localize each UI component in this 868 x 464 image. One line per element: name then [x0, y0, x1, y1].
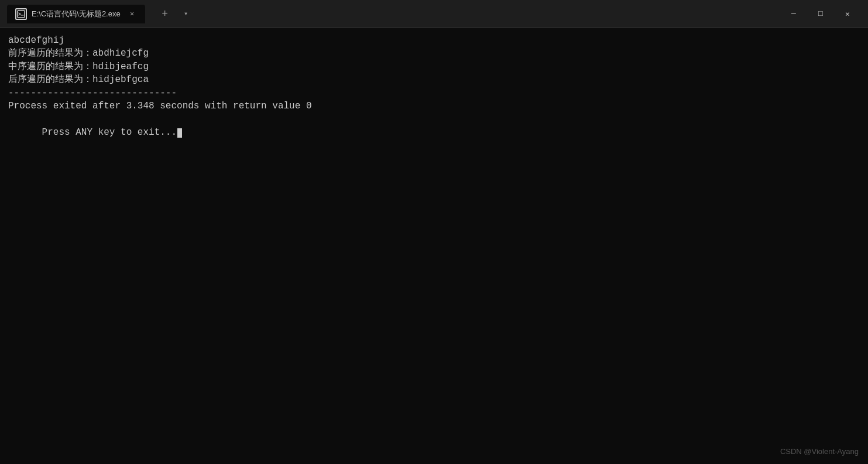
active-tab[interactable]: E:\C语言代码\无标题2.exe ✕ — [7, 5, 145, 23]
terminal-line-4: 后序遍历的结果为：hidjebfgca — [8, 73, 860, 86]
terminal-line-1: abcdefghij — [8, 34, 860, 47]
terminal-icon — [15, 8, 27, 20]
new-tab-button[interactable]: + — [156, 5, 174, 23]
terminal-line-6: ------------------------------ — [8, 87, 860, 100]
minimize-button[interactable]: ─ — [780, 5, 807, 23]
close-button[interactable]: ✕ — [834, 5, 861, 23]
terminal-line-7: Process exited after 3.348 seconds with … — [8, 100, 860, 112]
titlebar-actions: + ▾ — [156, 5, 194, 23]
tab-close-button[interactable]: ✕ — [128, 9, 137, 19]
window-controls: ─ □ ✕ — [780, 5, 861, 23]
terminal-window: E:\C语言代码\无标题2.exe ✕ + ▾ ─ □ ✕ abcdefghij… — [0, 0, 868, 464]
watermark: CSDN @Violent-Ayang — [780, 446, 859, 457]
terminal-cursor — [177, 128, 182, 138]
terminal-line-9: Press ANY key to exit... — [8, 112, 860, 152]
titlebar: E:\C语言代码\无标题2.exe ✕ + ▾ ─ □ ✕ — [0, 0, 868, 28]
terminal-line-3: 中序遍历的结果为：hdibjeafcg — [8, 60, 860, 73]
titlebar-left: E:\C语言代码\无标题2.exe ✕ + ▾ — [7, 5, 780, 23]
svg-rect-0 — [18, 11, 25, 18]
terminal-line-2: 前序遍历的结果为：abdhiejcfg — [8, 47, 860, 60]
maximize-button[interactable]: □ — [807, 5, 834, 23]
dropdown-button[interactable]: ▾ — [178, 6, 194, 22]
tab-title: E:\C语言代码\无标题2.exe — [32, 9, 121, 19]
terminal-body[interactable]: abcdefghij 前序遍历的结果为：abdhiejcfg 中序遍历的结果为：… — [0, 28, 868, 464]
